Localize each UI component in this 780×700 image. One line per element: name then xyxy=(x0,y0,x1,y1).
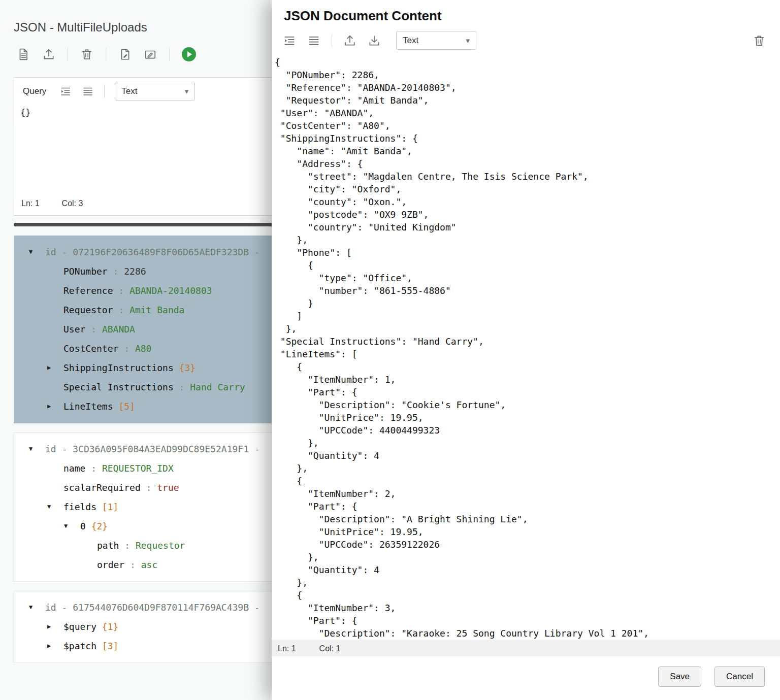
query-mode-select[interactable]: Text ▾ xyxy=(115,82,195,101)
code-line: "Quantity": 4 xyxy=(275,563,780,576)
code-line: { xyxy=(275,259,780,272)
code-line: "User": "ABANDA", xyxy=(275,107,780,119)
tree-value: A80 xyxy=(135,343,152,354)
indent-icon xyxy=(283,34,296,47)
key-value-separator: : xyxy=(124,559,141,570)
format-query-button[interactable] xyxy=(59,85,72,97)
query-label: Query xyxy=(23,86,46,96)
editor-line-indicator: Ln: 1 xyxy=(278,644,296,653)
id-separator: - xyxy=(56,444,73,454)
key-value-separator: : xyxy=(174,382,190,392)
key-value-separator: : xyxy=(113,305,130,315)
tree-value: ABANDA xyxy=(102,324,135,335)
collapse-toggle-icon[interactable]: ▼ xyxy=(29,248,45,255)
code-line: "Quantity": 4 xyxy=(275,449,780,462)
code-line: "Reference": "ABANDA-20140803", xyxy=(275,81,780,94)
key-value-separator: : xyxy=(108,266,124,277)
delete-button[interactable] xyxy=(80,48,93,61)
edit-document-icon xyxy=(118,48,132,61)
code-line: "UPCCode": 44004499323 xyxy=(275,424,780,437)
download-icon xyxy=(368,34,381,47)
code-line: } xyxy=(275,297,780,310)
code-line: "CostCenter": "A80", xyxy=(275,119,780,132)
editor-mode-select[interactable]: Text ▾ xyxy=(396,31,476,50)
tree-key: name xyxy=(63,463,85,474)
code-line: }, xyxy=(275,576,780,589)
rename-collection-button[interactable] xyxy=(144,48,157,61)
code-line: "Description": "A Bright Shining Lie", xyxy=(275,513,780,525)
code-line: "street": "Magdalen Centre, The Isis Sci… xyxy=(275,170,780,183)
expand-toggle-icon[interactable]: ▶ xyxy=(47,403,63,410)
id-separator: - xyxy=(56,247,73,257)
save-button[interactable]: Save xyxy=(658,666,701,687)
download-json-button[interactable] xyxy=(368,34,381,47)
minify-query-button[interactable] xyxy=(82,85,94,97)
id-separator: - xyxy=(56,602,73,613)
collapse-toggle-icon[interactable]: ▼ xyxy=(47,503,63,510)
tree-key: Special Instructions xyxy=(63,382,174,392)
key-value-separator: : xyxy=(85,463,102,474)
tree-value: REQUESTOR_IDX xyxy=(102,463,174,474)
app-window: JSON - MultiFileUploads xyxy=(0,0,780,700)
dialog-title: JSON Document Content xyxy=(272,0,780,28)
toolbar-divider xyxy=(106,48,106,61)
trash-icon xyxy=(753,34,766,47)
id-suffix: - xyxy=(249,444,260,454)
justify-lines-icon xyxy=(82,85,94,97)
new-document-icon xyxy=(17,48,30,61)
run-query-button[interactable] xyxy=(182,47,196,61)
dialog-toolbar: Text ▾ xyxy=(272,28,780,55)
tree-count-badge: {3} xyxy=(174,362,196,373)
tree-key: User xyxy=(63,324,85,335)
code-line: "Part": { xyxy=(275,500,780,513)
code-line: { xyxy=(275,360,780,373)
code-line: "PONumber": 2286, xyxy=(275,69,780,81)
tree-value: true xyxy=(157,482,179,493)
new-document-button[interactable] xyxy=(17,48,30,61)
code-line: "number": "861-555-4886" xyxy=(275,284,780,297)
tree-key: order xyxy=(97,559,124,570)
chevron-down-icon: ▾ xyxy=(185,87,189,96)
key-value-separator: : xyxy=(141,482,157,493)
json-editor[interactable]: { "PONumber": 2286, "Reference": "ABANDA… xyxy=(272,55,780,641)
minify-json-button[interactable] xyxy=(307,34,320,47)
indent-icon xyxy=(59,85,72,97)
code-line: "Part": { xyxy=(275,386,780,398)
edit-document-button[interactable] xyxy=(118,48,132,61)
code-line: "name": "Amit Banda", xyxy=(275,145,780,157)
tree-count-badge: {2} xyxy=(86,521,108,531)
code-line: "Address": { xyxy=(275,157,780,170)
format-json-button[interactable] xyxy=(283,34,296,47)
document-id: 3CD36A095F0B4A3EAD99DC89E52A19F1 xyxy=(73,444,249,454)
toolbar-divider xyxy=(169,48,170,61)
query-mode-value: Text xyxy=(121,86,137,96)
id-label: id xyxy=(45,444,56,454)
dialog-footer: Save Cancel xyxy=(272,656,780,700)
code-line: "UPCCode": 26359122026 xyxy=(275,538,780,551)
collapse-toggle-icon[interactable]: ▼ xyxy=(29,604,45,611)
editor-column-indicator: Col: 1 xyxy=(319,644,341,653)
toolbar-divider xyxy=(332,34,332,47)
toolbar-divider xyxy=(104,85,105,98)
expand-toggle-icon[interactable]: ▶ xyxy=(47,642,63,649)
code-line: "LineItems": [ xyxy=(275,348,780,360)
expand-toggle-icon[interactable]: ▶ xyxy=(47,364,63,371)
tree-key: 0 xyxy=(80,521,86,531)
cancel-button[interactable]: Cancel xyxy=(714,666,765,687)
upload-icon xyxy=(42,48,55,61)
collapse-toggle-icon[interactable]: ▼ xyxy=(64,522,80,529)
code-line: "Phone": [ xyxy=(275,246,780,259)
editor-mode-value: Text xyxy=(403,36,418,46)
upload-json-button[interactable] xyxy=(343,34,356,47)
upload-icon xyxy=(343,34,356,47)
tree-key: LineItems xyxy=(63,401,113,412)
json-document-dialog: JSON Document Content xyxy=(272,0,780,700)
expand-toggle-icon[interactable]: ▶ xyxy=(47,623,63,630)
import-documents-button[interactable] xyxy=(42,48,55,61)
collapse-toggle-icon[interactable]: ▼ xyxy=(29,445,45,452)
id-label: id xyxy=(45,602,56,613)
toolbar-divider xyxy=(68,48,68,61)
code-line: }, xyxy=(275,551,780,563)
tree-value: asc xyxy=(141,559,158,570)
clear-document-button[interactable] xyxy=(753,34,766,47)
